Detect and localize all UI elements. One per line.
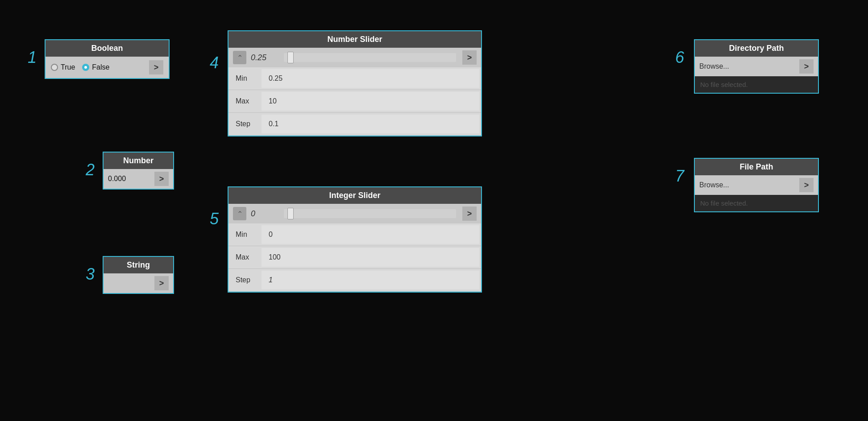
integer-slider-track[interactable] bbox=[284, 209, 456, 218]
number-slider-top-row: ⌃ 0.25 > bbox=[228, 48, 481, 67]
file-browse-arrow-button[interactable]: > bbox=[799, 178, 814, 192]
integer-slider-top-row: ⌃ 0 > bbox=[228, 204, 481, 223]
number-slider-chevron[interactable]: ⌃ bbox=[233, 51, 246, 64]
integer-slider-chevron[interactable]: ⌃ bbox=[233, 207, 246, 220]
number-slider-min-label: Min bbox=[228, 69, 260, 88]
integer-slider-widget: Integer Slider ⌃ 0 > Min 0 Max 100 Step … bbox=[228, 186, 482, 293]
integer-slider-max-value: 100 bbox=[262, 248, 479, 267]
file-no-file-text: No file selected. bbox=[695, 195, 818, 211]
file-path-title: File Path bbox=[695, 159, 818, 175]
integer-slider-min-row: Min 0 bbox=[228, 223, 481, 246]
string-title: String bbox=[104, 257, 173, 273]
number-slider-min-row: Min 0.25 bbox=[228, 67, 481, 90]
number-widget: Number 0.000 > bbox=[103, 152, 174, 190]
file-path-widget: File Path Browse... > No file selected. bbox=[694, 158, 819, 212]
string-widget: String > bbox=[103, 256, 174, 294]
number-slider-max-label: Max bbox=[228, 92, 260, 111]
number-title: Number bbox=[104, 153, 173, 169]
integer-slider-arrow-button[interactable]: > bbox=[462, 206, 477, 221]
true-option[interactable]: True bbox=[51, 63, 75, 71]
integer-slider-step-label: Step bbox=[228, 271, 260, 289]
string-value-row: > bbox=[104, 273, 173, 293]
true-label: True bbox=[61, 63, 75, 71]
boolean-title: Boolean bbox=[46, 40, 169, 57]
directory-path-title: Directory Path bbox=[695, 40, 818, 57]
file-browse-label: Browse... bbox=[699, 181, 729, 189]
integer-slider-max-row: Max 100 bbox=[228, 246, 481, 269]
number-slider-min-value: 0.25 bbox=[262, 69, 479, 88]
integer-slider-max-label: Max bbox=[228, 248, 260, 267]
label-7: 7 bbox=[675, 167, 684, 186]
boolean-options-row: True False > bbox=[46, 57, 169, 78]
boolean-arrow-button[interactable]: > bbox=[149, 60, 163, 74]
number-value-display: 0.000 bbox=[108, 175, 126, 183]
label-6: 6 bbox=[675, 48, 684, 67]
number-slider-step-row: Step 0.1 bbox=[228, 113, 481, 136]
false-label: False bbox=[92, 63, 109, 71]
integer-slider-thumb[interactable] bbox=[287, 208, 294, 219]
number-slider-step-label: Step bbox=[228, 115, 260, 133]
file-browse-row: Browse... > bbox=[695, 175, 818, 195]
directory-browse-row: Browse... > bbox=[695, 57, 818, 76]
string-arrow-button[interactable]: > bbox=[154, 276, 169, 290]
directory-path-widget: Directory Path Browse... > No file selec… bbox=[694, 39, 819, 94]
number-slider-track[interactable] bbox=[284, 53, 456, 62]
false-option[interactable]: False bbox=[82, 63, 109, 71]
label-2: 2 bbox=[86, 161, 95, 179]
label-1: 1 bbox=[28, 48, 37, 67]
false-radio[interactable] bbox=[82, 64, 89, 71]
integer-slider-value: 0 bbox=[251, 209, 278, 219]
number-slider-max-value: 10 bbox=[262, 92, 479, 111]
number-slider-step-value: 0.1 bbox=[262, 115, 479, 133]
directory-no-file-text: No file selected. bbox=[695, 76, 818, 93]
number-value-row: 0.000 > bbox=[104, 169, 173, 189]
boolean-widget: Boolean True False > bbox=[45, 39, 170, 79]
true-radio[interactable] bbox=[51, 64, 58, 71]
number-slider-thumb[interactable] bbox=[287, 52, 294, 63]
number-slider-widget: Number Slider ⌃ 0.25 > Min 0.25 Max 10 S… bbox=[228, 30, 482, 136]
integer-slider-title: Integer Slider bbox=[228, 187, 481, 204]
number-slider-arrow-button[interactable]: > bbox=[462, 50, 477, 65]
number-slider-params: Min 0.25 Max 10 Step 0.1 bbox=[228, 67, 481, 136]
number-slider-value: 0.25 bbox=[251, 53, 278, 62]
label-5: 5 bbox=[210, 210, 219, 228]
integer-slider-min-value: 0 bbox=[262, 225, 479, 244]
directory-browse-label: Browse... bbox=[699, 62, 729, 70]
number-slider-max-row: Max 10 bbox=[228, 90, 481, 113]
directory-browse-arrow-button[interactable]: > bbox=[799, 59, 814, 74]
number-arrow-button[interactable]: > bbox=[154, 172, 169, 186]
integer-slider-min-label: Min bbox=[228, 225, 260, 244]
integer-slider-step-row: Step 1 bbox=[228, 269, 481, 292]
number-slider-title: Number Slider bbox=[228, 31, 481, 48]
integer-slider-params: Min 0 Max 100 Step 1 bbox=[228, 223, 481, 292]
label-4: 4 bbox=[210, 54, 219, 72]
label-3: 3 bbox=[86, 265, 95, 284]
integer-slider-step-value: 1 bbox=[262, 271, 479, 289]
